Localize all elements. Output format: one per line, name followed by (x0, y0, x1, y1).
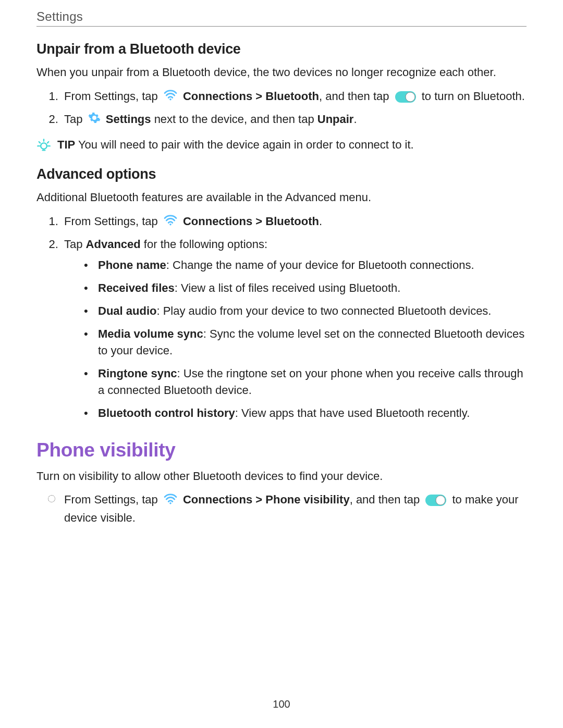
text: From Settings, tap (64, 215, 161, 228)
svg-point-0 (169, 98, 172, 101)
text: to turn on Bluetooth. (419, 90, 525, 103)
svg-point-13 (436, 496, 445, 505)
opt-desc: : View apps that have used Bluetooth rec… (235, 406, 470, 419)
tip-body: You will need to pair with the device ag… (75, 138, 413, 151)
page-number: 100 (0, 698, 563, 710)
text-bold: Connections > Bluetooth (183, 215, 319, 228)
advanced-steps: From Settings, tap Connections > Bluetoo… (36, 213, 527, 422)
tip-block: TIP You will need to pair with the devic… (36, 137, 527, 155)
heading-phone-visibility: Phone visibility (36, 439, 527, 461)
advanced-intro: Additional Bluetooth features are availa… (36, 190, 527, 205)
svg-point-3 (41, 143, 47, 149)
svg-line-5 (39, 142, 40, 143)
visibility-intro: Turn on visibility to allow other Blueto… (36, 468, 527, 484)
toggle-icon (395, 91, 417, 103)
text: , and then tap (319, 90, 393, 103)
text: for the following options: (141, 238, 267, 251)
text: next to the device, and then tap (151, 113, 317, 126)
opt-desc: : Play audio from your device to two con… (156, 304, 491, 317)
opt-desc: : Change the name of your device for Blu… (166, 258, 474, 272)
opt-desc: : View a list of files received using Bl… (175, 281, 401, 294)
connections-icon (163, 88, 178, 105)
visibility-step: From Settings, tap Connections > Phone v… (62, 491, 527, 526)
list-item: Phone name: Change the name of your devi… (95, 257, 527, 274)
settings-gear-icon (88, 112, 101, 129)
text: . (319, 215, 322, 228)
list-item: Received files: View a list of files rec… (95, 280, 527, 297)
advanced-step-2: Tap Advanced for the following options: … (62, 236, 527, 421)
text-bold: Unpair (317, 113, 354, 126)
text-bold: Connections > Bluetooth (183, 90, 319, 103)
advanced-options-list: Phone name: Change the name of your devi… (64, 257, 527, 421)
svg-point-11 (169, 502, 172, 504)
heading-unpair: Unpair from a Bluetooth device (36, 41, 527, 57)
tip-text: TIP You will need to pair with the devic… (57, 137, 414, 153)
text-bold: Connections > Phone visibility (183, 493, 350, 506)
header-divider (36, 26, 527, 27)
page-header: Settings (36, 9, 527, 24)
connections-icon (163, 213, 178, 230)
opt-label: Ringtone sync (98, 367, 177, 380)
text: From Settings, tap (64, 90, 161, 103)
text: Tap (64, 113, 86, 126)
heading-advanced: Advanced options (36, 166, 527, 182)
list-item: Media volume sync: Sync the volume level… (95, 326, 527, 359)
svg-point-2 (406, 92, 415, 102)
text-bold: Settings (106, 113, 151, 126)
text: From Settings, tap (64, 493, 161, 506)
toggle-icon (425, 494, 447, 507)
text: . (353, 113, 357, 126)
visibility-steps: From Settings, tap Connections > Phone v… (36, 491, 527, 526)
text: Tap (64, 238, 86, 251)
tip-label: TIP (57, 138, 75, 151)
svg-line-6 (47, 142, 48, 143)
connections-icon (163, 492, 178, 509)
opt-label: Phone name (98, 258, 166, 272)
opt-label: Received files (98, 281, 175, 294)
tip-lightbulb-icon (36, 138, 51, 155)
advanced-step-1: From Settings, tap Connections > Bluetoo… (62, 213, 527, 231)
unpair-step-2: Tap Settings next to the device, and the… (62, 110, 527, 129)
opt-label: Dual audio (98, 304, 156, 317)
list-item: Dual audio: Play audio from your device … (95, 303, 527, 319)
text-bold: Advanced (86, 238, 141, 251)
list-item: Bluetooth control history: View apps tha… (95, 405, 527, 422)
text: , and then tap (350, 493, 423, 506)
opt-label: Media volume sync (98, 327, 203, 340)
unpair-steps: From Settings, tap Connections > Bluetoo… (36, 88, 527, 129)
list-item: Ringtone sync: Use the ringtone set on y… (95, 365, 527, 399)
unpair-step-1: From Settings, tap Connections > Bluetoo… (62, 88, 527, 106)
opt-label: Bluetooth control history (98, 406, 235, 419)
unpair-intro: When you unpair from a Bluetooth device,… (36, 65, 527, 80)
svg-point-10 (169, 224, 172, 226)
